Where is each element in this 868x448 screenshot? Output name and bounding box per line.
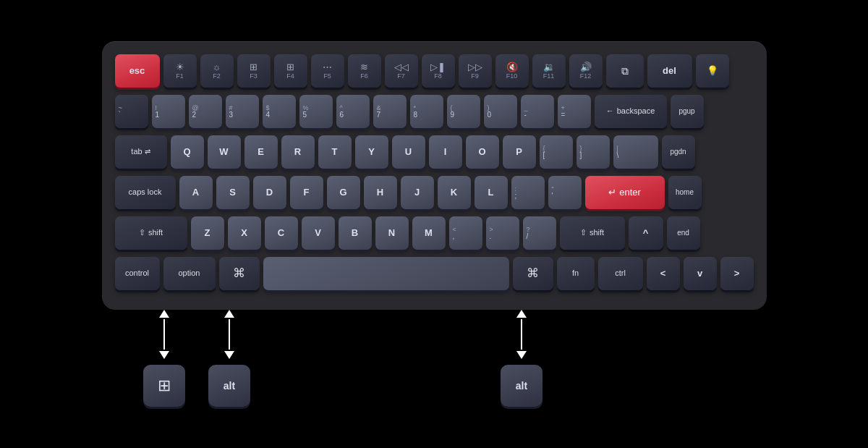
key-f9[interactable]: ▷▷F9 [459,54,492,88]
keyboard-diagram: esc ☀F1 ☼F2 ⊞F3 ⊞F4 ⋯F5 ≋F6 ◁◁F7 ▷❚F8 ▷▷… [102,41,767,407]
key-4[interactable]: $4 [263,95,296,128]
key-rows: esc ☀F1 ☼F2 ⊞F3 ⊞F4 ⋯F5 ≋F6 ◁◁F7 ▷❚F8 ▷▷… [115,54,754,294]
key-semicolon[interactable]: :; [511,176,545,209]
key-e[interactable]: E [244,135,278,169]
key-o[interactable]: O [466,135,499,169]
key-7[interactable]: &7 [373,95,407,128]
key-q[interactable]: Q [171,135,204,169]
number-row: ~` !1 @2 #3 $4 %5 ^6 &7 *8 (9 )0 _- += ←… [115,95,754,128]
key-w[interactable]: W [208,135,241,169]
key-comma[interactable]: <, [449,216,482,250]
key-control[interactable]: control [115,257,160,290]
key-f[interactable]: F [290,176,323,209]
key-z[interactable]: Z [191,216,224,250]
key-period[interactable]: >. [486,216,519,250]
key-y[interactable]: Y [355,135,388,169]
qwerty-row: tab⇌ Q W E R T Y U I O P {[ }] |\ pgdn [115,135,754,169]
key-6[interactable]: ^6 [336,95,370,128]
key-pgdn[interactable]: pgdn [662,135,695,169]
key-1[interactable]: !1 [152,95,185,128]
key-cmd-right[interactable]: ⌘ [513,257,553,290]
key-up[interactable]: ^ [629,216,663,250]
key-backslash[interactable]: |\ [613,135,658,169]
key-p[interactable]: P [503,135,536,169]
key-esc[interactable]: esc [115,54,160,88]
key-g[interactable]: G [327,176,360,209]
key-f4[interactable]: ⊞F4 [274,54,307,88]
key-9[interactable]: (9 [447,95,480,128]
key-x[interactable]: X [228,216,261,250]
indicator-windows: ⊞ [143,365,185,407]
key-end[interactable]: end [667,216,700,250]
key-k[interactable]: K [438,176,471,209]
zxcv-row: ⇧shift Z X C V B N M <, >. ?/ ⇧shift ^ e… [115,216,754,250]
key-tab[interactable]: tab⇌ [115,135,167,169]
key-ctrl[interactable]: ctrl [598,257,643,290]
key-crop[interactable]: ⧉ [606,54,644,88]
key-quote[interactable]: "' [548,176,582,209]
key-t[interactable]: T [318,135,352,169]
keyboard-body: esc ☀F1 ☼F2 ⊞F3 ⊞F4 ⋯F5 ≋F6 ◁◁F7 ▷❚F8 ▷▷… [102,41,767,310]
key-f1[interactable]: ☀F1 [163,54,197,88]
key-2[interactable]: @2 [189,95,222,128]
key-minus[interactable]: _- [521,95,554,128]
key-tilde[interactable]: ~` [115,95,148,128]
key-capslock[interactable]: caps lock [115,176,176,209]
key-f12[interactable]: 🔊F12 [569,54,603,88]
indicator-alt-left: alt [208,365,250,407]
key-enter[interactable]: ↵enter [585,176,665,209]
key-u[interactable]: U [392,135,425,169]
key-equals[interactable]: += [558,95,591,128]
key-j[interactable]: J [401,176,434,209]
key-m[interactable]: M [412,216,446,250]
key-r[interactable]: R [281,135,315,169]
key-down[interactable]: v [684,257,717,290]
key-lbracket[interactable]: {[ [540,135,573,169]
key-cmd-left[interactable]: ⌘ [219,257,260,290]
key-f8[interactable]: ▷❚F8 [422,54,455,88]
key-home[interactable]: home [668,176,702,209]
key-5[interactable]: %5 [299,95,333,128]
key-s[interactable]: S [216,176,250,209]
key-i[interactable]: I [429,135,462,169]
key-d[interactable]: D [253,176,286,209]
key-f10[interactable]: 🔇F10 [495,54,529,88]
key-f5[interactable]: ⋯F5 [311,54,344,88]
key-lshift[interactable]: ⇧shift [115,216,187,250]
indicator-alt-right: alt [501,365,542,407]
key-h[interactable]: H [364,176,397,209]
key-v[interactable]: V [302,216,335,250]
key-l[interactable]: L [475,176,508,209]
key-b[interactable]: B [339,216,372,250]
key-option[interactable]: option [163,257,216,290]
key-f6[interactable]: ≋F6 [348,54,381,88]
key-left[interactable]: < [647,257,680,290]
key-f11[interactable]: 🔉F11 [532,54,566,88]
function-row: esc ☀F1 ☼F2 ⊞F3 ⊞F4 ⋯F5 ≋F6 ◁◁F7 ▷❚F8 ▷▷… [115,54,754,88]
key-rshift[interactable]: ⇧shift [560,216,625,250]
key-del[interactable]: del [647,54,692,88]
key-backspace[interactable]: ←backspace [595,95,667,128]
key-right[interactable]: > [720,257,754,290]
key-fn[interactable]: fn [557,257,595,290]
key-f3[interactable]: ⊞F3 [237,54,271,88]
key-8[interactable]: *8 [410,95,443,128]
key-slash[interactable]: ?/ [523,216,556,250]
key-n[interactable]: N [375,216,409,250]
key-space[interactable] [263,257,509,290]
key-f2[interactable]: ☼F2 [200,54,234,88]
key-0[interactable]: )0 [484,95,517,128]
key-bulb[interactable]: 💡 [696,54,729,88]
key-c[interactable]: C [265,216,298,250]
key-3[interactable]: #3 [226,95,259,128]
key-pgup[interactable]: pgup [671,95,704,128]
asdf-row: caps lock A S D F G H J K L :; "' ↵enter… [115,176,754,209]
key-a[interactable]: A [179,176,213,209]
key-f7[interactable]: ◁◁F7 [385,54,418,88]
key-rbracket[interactable]: }] [576,135,610,169]
bottom-row: control option ⌘ ⌘ fn ctrl < v > [115,257,754,290]
